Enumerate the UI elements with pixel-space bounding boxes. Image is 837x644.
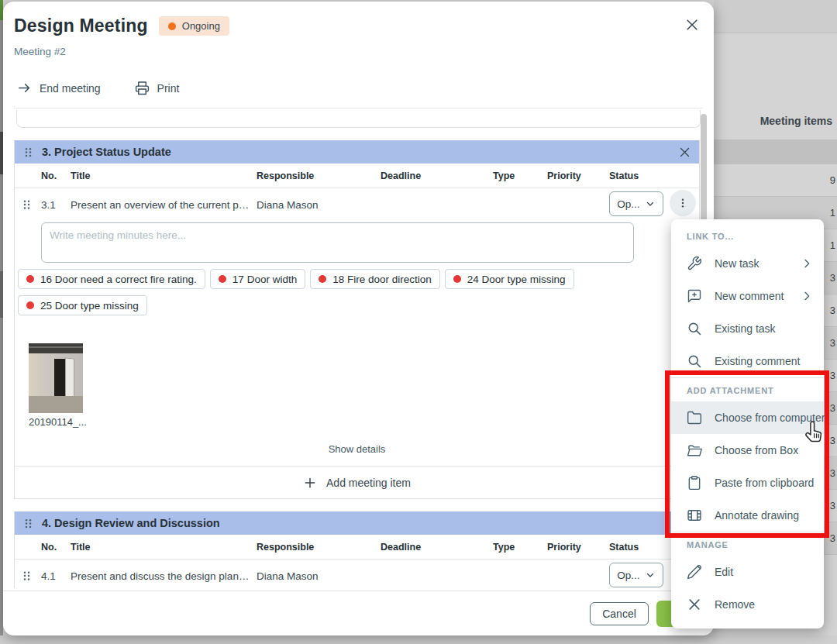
col-status: Status — [609, 170, 639, 181]
issue-status-dot-icon — [319, 275, 326, 283]
issue-chip[interactable]: 16 Door need a correct fire rating. — [18, 269, 205, 289]
menu-item-label: Edit — [715, 566, 813, 578]
menu-item-new-comment[interactable]: New comment — [671, 280, 824, 312]
section-3-header: 3. Project Status Update — [15, 140, 699, 164]
menu-item-edit[interactable]: Edit — [671, 556, 824, 588]
issue-chip[interactable]: 24 Door type missing — [445, 269, 574, 289]
status-dropdown[interactable]: Op... — [609, 563, 663, 587]
table-row: 9 — [714, 164, 837, 197]
col-no: No. — [41, 170, 57, 181]
meeting-section-4: 4. Design Review and Discussion No. Titl… — [14, 511, 700, 588]
col-responsible: Responsible — [257, 170, 314, 181]
add-meeting-item-button[interactable]: Add meeting item — [15, 466, 699, 498]
status-badge: Ongoing — [159, 16, 229, 36]
drag-handle-icon[interactable] — [22, 517, 34, 530]
remove-section-button[interactable] — [676, 143, 693, 160]
print-label: Print — [157, 82, 180, 95]
col-title: Title — [71, 170, 90, 181]
menu-item-label: Paste from clipboard — [715, 477, 814, 489]
menu-item-existing-comment[interactable]: Existing comment — [671, 345, 824, 377]
col-priority: Priority — [547, 542, 581, 553]
drag-handle-icon[interactable] — [21, 570, 33, 583]
issue-status-dot-icon — [26, 275, 34, 283]
meeting-subtitle: Meeting #2 — [14, 46, 703, 57]
meeting-section-3: 3. Project Status Update No. Title Respo… — [14, 140, 700, 499]
status-dropdown-value: Op... — [617, 570, 639, 581]
item-title: Present and discuss the design plan… — [71, 570, 249, 582]
section-4-header: 4. Design Review and Discussion — [15, 511, 699, 535]
section-3-column-headers: No. Title Responsible Deadline Type Prio… — [15, 164, 699, 188]
search-icon — [687, 321, 702, 336]
menu-item-choose-from-box[interactable]: Choose from Box — [671, 434, 824, 467]
plus-icon — [303, 476, 317, 490]
background-table-header — [714, 139, 837, 164]
menu-section-label: MANAGE — [671, 532, 824, 556]
item-number: 3.1 — [41, 199, 56, 211]
col-title: Title — [71, 542, 90, 553]
menu-item-new-task[interactable]: New task — [671, 247, 824, 280]
background-meeting-items-label: Meeting items — [760, 115, 832, 127]
col-priority: Priority — [547, 170, 581, 181]
col-type: Type — [493, 542, 515, 553]
show-details-link[interactable]: Show details — [15, 428, 699, 466]
issue-status-dot-icon — [453, 275, 461, 283]
item-responsible: Diana Mason — [257, 570, 319, 582]
menu-item-paste-from-clipboard[interactable]: Paste from clipboard — [671, 467, 824, 499]
cancel-button[interactable]: Cancel — [590, 602, 649, 625]
screenshot-root: Meeting items 9 1 1 3 3 3 3 3 3 3 3 3 De… — [0, 0, 837, 644]
col-status: Status — [609, 542, 639, 553]
menu-item-label: Existing comment — [715, 355, 813, 367]
meeting-item-row-3-1: 3.1 Present an overview of the current p… — [15, 188, 699, 221]
section-3-title: 3. Project Status Update — [42, 146, 676, 158]
menu-item-remove[interactable]: Remove — [671, 588, 824, 621]
issue-status-dot-icon — [219, 275, 226, 283]
attachment-filename: 20190114_... — [29, 416, 91, 428]
issue-chip[interactable]: 18 Fire door direction — [310, 269, 440, 289]
item-title: Present an overview of the current p… — [71, 199, 249, 211]
issue-chip-label: 25 Door type missing — [40, 300, 139, 312]
chevron-down-icon — [645, 570, 656, 580]
menu-section-label: LINK TO... — [671, 224, 824, 247]
page-title: Design Meeting — [14, 15, 148, 36]
add-meeting-item-label: Add meeting item — [326, 477, 411, 489]
scrolled-cut-box — [16, 110, 701, 128]
menu-section-label: ADD ATTACHMENT — [671, 378, 824, 401]
menu-item-existing-task[interactable]: Existing task — [671, 312, 824, 345]
status-dropdown[interactable]: Op... — [609, 191, 663, 216]
section-4-column-headers: No. Title Responsible Deadline Type Prio… — [15, 535, 699, 560]
status-badge-label: Ongoing — [182, 20, 220, 32]
issue-status-dot-icon — [26, 301, 34, 309]
print-button[interactable]: Print — [135, 81, 180, 95]
wrench-icon — [687, 256, 702, 271]
dialog-toolbar: End meeting Print — [14, 81, 703, 95]
col-no: No. — [41, 542, 57, 553]
close-dialog-button[interactable] — [681, 14, 703, 36]
attachment-thumbnail[interactable] — [29, 343, 83, 413]
folder-icon — [687, 410, 702, 425]
menu-item-choose-from-computer[interactable]: Choose from computer — [671, 401, 824, 434]
issue-chip-label: 18 Fire door direction — [332, 274, 432, 285]
pencil-icon — [687, 564, 702, 580]
issue-chip[interactable]: 17 Door width — [210, 269, 305, 289]
meeting-dialog: Design Meeting Ongoing Meeting #2 End me… — [3, 2, 714, 635]
meeting-minutes-input[interactable] — [41, 222, 634, 263]
kebab-menu-icon — [677, 197, 689, 209]
printer-icon — [135, 81, 150, 95]
menu-item-annotate-drawing[interactable]: Annotate drawing — [671, 499, 824, 532]
chevron-right-icon — [801, 290, 813, 302]
background-bottom-strip — [0, 635, 837, 644]
end-meeting-button[interactable]: End meeting — [17, 81, 101, 95]
search-icon — [687, 353, 702, 369]
menu-item-label: New comment — [715, 290, 788, 302]
issue-chip[interactable]: 25 Door type missing — [18, 295, 147, 315]
item-context-menu: LINK TO... New task New comment Existin — [671, 219, 824, 629]
col-deadline: Deadline — [381, 542, 421, 553]
col-type: Type — [493, 170, 515, 181]
meeting-item-row-4-1: 4.1 Present and discuss the design plan…… — [15, 560, 699, 588]
issue-chip-label: 16 Door need a correct fire rating. — [40, 274, 197, 285]
item-responsible: Diana Mason — [257, 199, 319, 211]
col-deadline: Deadline — [381, 170, 421, 181]
drag-handle-icon[interactable] — [22, 146, 34, 159]
item-more-menu-button[interactable] — [670, 190, 696, 216]
drag-handle-icon[interactable] — [21, 198, 33, 212]
